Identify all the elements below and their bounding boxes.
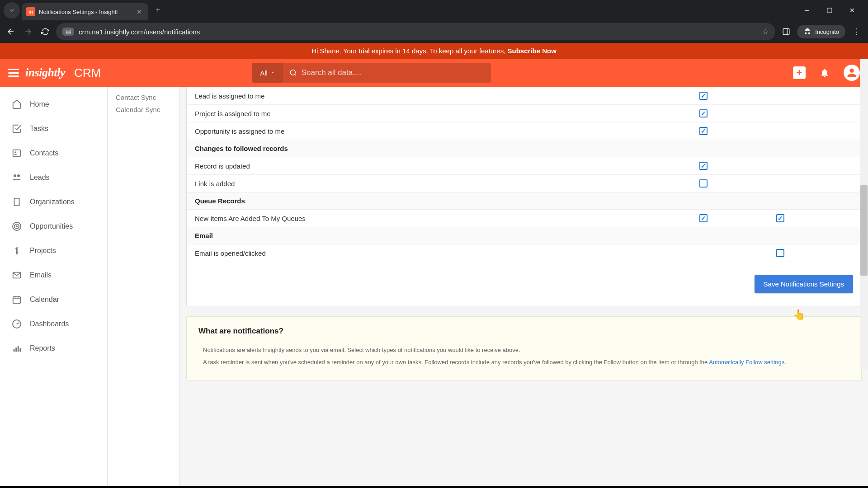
notif-row-email-opened: Email is opened/clicked — [187, 244, 861, 262]
svg-point-17 — [16, 226, 17, 227]
subscribe-link[interactable]: Subscribe Now — [507, 47, 556, 55]
new-tab-button[interactable]: + — [150, 5, 166, 15]
sidebar-item-organizations[interactable]: Organizations — [0, 190, 107, 214]
sidebar-item-leads[interactable]: Leads — [0, 165, 107, 190]
incognito-chip[interactable]: Incognito — [797, 25, 845, 38]
section-header-queue: Queue Records — [187, 192, 861, 210]
checkbox-lead-col1[interactable] — [699, 92, 708, 100]
checkbox-email-col2[interactable] — [776, 249, 784, 257]
notif-row-link-added: Link is added — [187, 175, 861, 192]
checkbox-queue-col1[interactable] — [699, 214, 708, 222]
notifications-card: Lead is assigned to me Project is assign… — [186, 87, 862, 306]
search-input[interactable] — [302, 68, 485, 77]
checkbox-queue-col2[interactable] — [776, 214, 784, 222]
info-text-span: . — [784, 359, 786, 366]
search-scope-dropdown[interactable]: All — [252, 63, 283, 83]
avatar[interactable] — [844, 65, 860, 81]
svg-rect-25 — [15, 347, 17, 352]
sidebar-item-label: Tasks — [30, 125, 48, 133]
sidebar-item-label: Emails — [30, 271, 52, 279]
dashboards-icon — [11, 318, 23, 330]
site-info-icon[interactable] — [62, 28, 74, 36]
sidebar-item-home[interactable]: Home — [0, 92, 107, 117]
maximize-icon[interactable]: ❐ — [823, 7, 836, 14]
notif-label: Record is updated — [195, 162, 699, 170]
sidebar-item-tasks[interactable]: Tasks — [0, 117, 107, 141]
section-label: Changes to followed records — [195, 145, 853, 152]
sidebar-item-contacts[interactable]: Contacts — [0, 141, 107, 165]
tab-strip: in Notifications Settings - Insightl ✕ +… — [0, 0, 868, 20]
sub-sidebar: Contact Sync Calendar Sync — [108, 87, 180, 488]
add-button[interactable]: + — [793, 66, 806, 79]
trial-text: Hi Shane. Your trial expires in 14 days.… — [311, 47, 507, 55]
sidebar-item-emails[interactable]: Emails — [0, 263, 107, 287]
sidebar-item-label: Projects — [30, 247, 56, 255]
svg-point-8 — [14, 174, 16, 177]
app-header: insightly CRM All + — [0, 59, 868, 87]
sidebar-item-label: Reports — [30, 344, 55, 352]
svg-rect-2 — [783, 28, 789, 35]
notif-row-queue-items: New Items Are Added To My Queues — [187, 210, 861, 227]
sidebar-item-label: Contacts — [30, 149, 58, 157]
notif-row-record-updated: Record is updated — [187, 157, 861, 175]
section-label: Email — [195, 232, 853, 239]
sidebar-item-projects[interactable]: Projects — [0, 239, 107, 263]
organizations-icon — [11, 196, 23, 208]
trial-banner: Hi Shane. Your trial expires in 14 days.… — [0, 43, 868, 59]
home-icon — [11, 99, 23, 110]
close-window-icon[interactable]: ✕ — [845, 7, 859, 14]
checkbox-opportunity-col1[interactable] — [699, 127, 708, 135]
bookmark-icon[interactable]: ☆ — [762, 27, 769, 37]
checkbox-project-col1[interactable] — [699, 109, 708, 117]
forward-button[interactable] — [22, 25, 34, 38]
incognito-label: Incognito — [815, 28, 839, 35]
notif-label: Email is opened/clicked — [195, 249, 699, 257]
sidebar-item-reports[interactable]: Reports — [0, 336, 107, 361]
sub-item-calendar-sync[interactable]: Calendar Sync — [108, 103, 179, 116]
logo[interactable]: insightly — [25, 66, 65, 80]
address-bar[interactable]: crm.na1.insightly.com/users/notification… — [56, 23, 775, 40]
content-area: Lead is assigned to me Project is assign… — [180, 87, 868, 488]
contacts-icon — [11, 147, 23, 159]
sidebar-item-calendar[interactable]: Calendar — [0, 287, 107, 312]
svg-rect-1 — [66, 32, 70, 33]
browser-tab[interactable]: in Notifications Settings - Insightl ✕ — [22, 3, 148, 20]
back-button[interactable] — [5, 25, 17, 38]
search-scope-label: All — [260, 69, 268, 77]
svg-rect-26 — [18, 346, 19, 352]
side-panel-icon[interactable] — [780, 25, 793, 38]
reload-button[interactable] — [39, 25, 52, 38]
sidebar-item-label: Dashboards — [30, 320, 69, 328]
menu-toggle-icon[interactable] — [8, 69, 19, 77]
svg-rect-0 — [66, 30, 70, 31]
scrollbar-thumb[interactable] — [860, 185, 868, 276]
calendar-icon — [11, 294, 23, 305]
sidebar-item-label: Leads — [30, 174, 50, 182]
taskbar — [0, 486, 868, 488]
sub-item-contact-sync[interactable]: Contact Sync — [108, 91, 179, 103]
save-notifications-button[interactable]: Save Notifications Settings — [755, 275, 853, 293]
auto-follow-link[interactable]: Automatically Follow settings — [709, 359, 784, 366]
minimize-icon[interactable]: ─ — [800, 7, 814, 14]
window-controls: ─ ❐ ✕ — [800, 0, 868, 20]
url-text: crm.na1.insightly.com/users/notification… — [79, 28, 200, 36]
sidebar-item-label: Calendar — [30, 296, 59, 304]
sidebar-item-dashboards[interactable]: Dashboards — [0, 312, 107, 336]
info-paragraph-2: A task reminder is sent when you've sche… — [198, 358, 849, 367]
favicon-icon: in — [26, 7, 35, 16]
notifications-icon[interactable] — [818, 66, 831, 79]
browser-menu-icon[interactable]: ⋮ — [850, 27, 863, 37]
sidebar-item-opportunities[interactable]: Opportunities — [0, 214, 107, 239]
notif-label: Link is added — [195, 180, 699, 188]
close-tab-icon[interactable]: ✕ — [135, 7, 144, 16]
tab-search-button[interactable] — [4, 2, 20, 19]
info-title: What are notifications? — [198, 327, 849, 336]
svg-rect-24 — [14, 349, 15, 352]
checkbox-link-col1[interactable] — [699, 179, 708, 188]
notif-row-lead: Lead is assigned to me — [187, 87, 861, 105]
checkbox-record-col1[interactable] — [699, 162, 708, 170]
section-header-email: Email — [187, 227, 861, 244]
sidebar-item-label: Home — [30, 100, 49, 108]
sidebar-item-label: Organizations — [30, 198, 75, 206]
save-row: Save Notifications Settings — [187, 262, 861, 306]
